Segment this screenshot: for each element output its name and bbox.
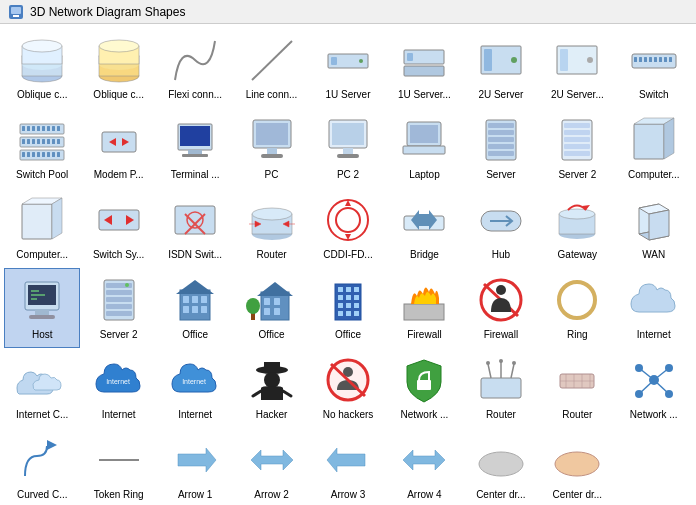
grid-item-router3[interactable]: Router — [539, 348, 615, 428]
svg-rect-70 — [256, 123, 288, 145]
svg-rect-95 — [22, 204, 52, 239]
svg-rect-51 — [42, 139, 45, 144]
svg-rect-85 — [488, 151, 514, 156]
grid-item-internet[interactable]: Internet — [616, 268, 692, 348]
grid-item-arrow4[interactable]: Arrow 4 — [386, 428, 462, 505]
grid-item-arrow1[interactable]: Arrow 1 — [157, 428, 233, 505]
grid-item-flexi-conn[interactable]: Flexi conn... — [157, 28, 233, 108]
icon-modem-p — [92, 113, 146, 167]
grid-item-internet2[interactable]: InternetInternet — [80, 348, 156, 428]
grid-item-center-dr2[interactable]: Center dr... — [539, 428, 615, 505]
svg-point-210 — [479, 452, 523, 476]
grid-item-arrow3[interactable]: Arrow 3 — [310, 428, 386, 505]
label-network2: Network ... — [630, 409, 678, 421]
svg-rect-61 — [47, 152, 50, 157]
grid-item-firewall1[interactable]: Firewall — [386, 268, 462, 348]
grid-item-firewall2[interactable]: Firewall — [463, 268, 539, 348]
grid-item-hacker[interactable]: Hacker — [233, 348, 309, 428]
grid-item-gateway[interactable]: Gateway — [539, 188, 615, 268]
grid-item-terminal[interactable]: Terminal ... — [157, 108, 233, 188]
grid-item-office2[interactable]: Office — [233, 268, 309, 348]
svg-point-8 — [22, 40, 62, 52]
icon-internet2: Internet — [92, 353, 146, 407]
svg-rect-42 — [42, 126, 45, 131]
label-hacker: Hacker — [256, 409, 288, 421]
grid-item-laptop[interactable]: Laptop — [386, 108, 462, 188]
grid-item-network2[interactable]: Network ... — [616, 348, 692, 428]
grid-item-1u-server2[interactable]: 1U Server... — [386, 28, 462, 108]
grid-item-office1[interactable]: Office — [157, 268, 233, 348]
grid-item-switch-sy[interactable]: Switch Sy... — [80, 188, 156, 268]
grid-item-host[interactable]: Host — [4, 268, 80, 348]
icon-server2 — [550, 113, 604, 167]
icon-firewall2 — [474, 273, 528, 327]
grid-item-computer[interactable]: Computer... — [616, 108, 692, 188]
grid-item-2u-server2[interactable]: 2U Server... — [539, 28, 615, 108]
grid-item-router[interactable]: Router — [233, 188, 309, 268]
svg-rect-23 — [484, 49, 492, 71]
grid-item-computer2[interactable]: Computer... — [4, 188, 80, 268]
grid-item-ring[interactable]: Ring — [539, 268, 615, 348]
svg-rect-34 — [659, 57, 662, 62]
grid-item-pc2[interactable]: PC 2 — [310, 108, 386, 188]
svg-rect-33 — [654, 57, 657, 62]
svg-rect-53 — [52, 139, 55, 144]
grid-item-router2[interactable]: Router — [463, 348, 539, 428]
icon-center-dr2 — [550, 433, 604, 487]
grid-item-network-s[interactable]: Network ... — [386, 348, 462, 428]
svg-rect-48 — [27, 139, 30, 144]
svg-rect-1 — [11, 7, 21, 14]
icon-computer — [627, 113, 681, 167]
icon-flexi-conn — [168, 33, 222, 87]
svg-marker-207 — [251, 450, 293, 470]
grid-item-server2b[interactable]: Server 2 — [80, 268, 156, 348]
title-bar-text: 3D Network Diagram Shapes — [30, 5, 185, 19]
svg-rect-152 — [274, 308, 280, 315]
grid-item-2u-server[interactable]: 2U Server — [463, 28, 539, 108]
icon-token-ring — [92, 433, 146, 487]
label-cddi-fd: CDDI-FD... — [323, 249, 372, 261]
icon-hacker — [245, 353, 299, 407]
grid-item-oblique-c2[interactable]: Oblique c... — [80, 28, 156, 108]
grid-item-server2[interactable]: Server 2 — [539, 108, 615, 188]
grid-item-hub[interactable]: Hub — [463, 188, 539, 268]
grid-item-isdn-sw[interactable]: ISDN Swit... — [157, 188, 233, 268]
grid-item-1u-server[interactable]: 1U Server — [310, 28, 386, 108]
svg-point-24 — [511, 57, 517, 63]
grid-item-no-hackers[interactable]: No hackers — [310, 348, 386, 428]
grid-item-curved-c[interactable]: Curved C... — [4, 428, 80, 505]
grid-item-server[interactable]: Server — [463, 108, 539, 188]
grid-item-internet-c[interactable]: Internet C... — [4, 348, 80, 428]
icon-internet-c — [15, 353, 69, 407]
svg-rect-44 — [52, 126, 55, 131]
grid-item-oblique-c1[interactable]: Oblique c... — [4, 28, 80, 108]
svg-rect-81 — [488, 123, 514, 128]
grid-item-token-ring[interactable]: Token Ring — [80, 428, 156, 505]
grid-item-office3[interactable]: Office — [310, 268, 386, 348]
svg-rect-163 — [338, 311, 343, 316]
svg-rect-159 — [354, 295, 359, 300]
svg-line-185 — [511, 364, 514, 378]
svg-rect-76 — [337, 154, 359, 158]
icon-2u-server2 — [550, 33, 604, 87]
grid-item-pc[interactable]: PC — [233, 108, 309, 188]
svg-line-177 — [283, 391, 291, 396]
grid-item-switch-pool[interactable]: Switch Pool — [4, 108, 80, 188]
label-arrow4: Arrow 4 — [407, 489, 441, 501]
svg-rect-56 — [22, 152, 25, 157]
grid-item-center-dr1[interactable]: Center dr... — [463, 428, 539, 505]
svg-rect-35 — [664, 57, 667, 62]
svg-rect-17 — [331, 57, 337, 65]
icon-switch-sy — [92, 193, 146, 247]
grid-item-modem-p[interactable]: Modem P... — [80, 108, 156, 188]
grid-item-internet3[interactable]: InternetInternet — [157, 348, 233, 428]
grid-item-cddi-fd[interactable]: CDDI-FD... — [310, 188, 386, 268]
grid-item-wan[interactable]: WAN — [616, 188, 692, 268]
grid-item-switch[interactable]: Switch — [616, 28, 692, 108]
grid-item-arrow2[interactable]: Arrow 2 — [233, 428, 309, 505]
label-router2: Router — [486, 409, 516, 421]
grid-item-line-conn[interactable]: Line conn... — [233, 28, 309, 108]
label-network-s: Network ... — [401, 409, 449, 421]
svg-rect-135 — [106, 311, 132, 316]
grid-item-bridge[interactable]: Bridge — [386, 188, 462, 268]
